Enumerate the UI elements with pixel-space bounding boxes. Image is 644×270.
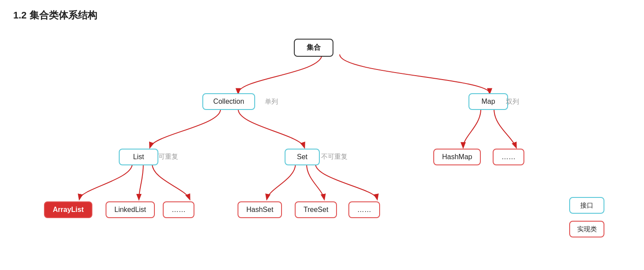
legend-impl-box: 实现类 bbox=[569, 221, 604, 237]
node-hashset: HashSet bbox=[238, 201, 282, 218]
node-map: Map bbox=[468, 93, 508, 110]
page-title: 1.2 集合类体系结构 bbox=[13, 9, 631, 22]
label-collection: 单列 bbox=[265, 98, 278, 106]
node-collection: Collection bbox=[202, 93, 255, 110]
label-map: 双列 bbox=[506, 98, 519, 106]
legend-interface-box: 接口 bbox=[569, 197, 604, 214]
arrows-svg bbox=[13, 26, 631, 264]
node-set: Set bbox=[285, 149, 320, 165]
page-container: 1.2 集合类体系结构 bbox=[0, 0, 644, 270]
node-setdots: …… bbox=[348, 201, 380, 218]
legend-impl-item: 实现类 bbox=[569, 221, 604, 237]
diagram-area: 集合 Collection 单列 Map 双列 List 可重复 Set 不可重… bbox=[13, 26, 631, 264]
node-arraylist: ArrayList bbox=[44, 201, 92, 218]
node-hashmap: HashMap bbox=[433, 149, 481, 165]
node-mapdots: …… bbox=[493, 149, 524, 165]
label-list: 可重复 bbox=[158, 153, 178, 161]
legend-interface-item: 接口 bbox=[569, 197, 604, 214]
node-listdots: …… bbox=[163, 201, 194, 218]
node-treeset: TreeSet bbox=[295, 201, 337, 218]
node-root: 集合 bbox=[294, 39, 333, 57]
legend: 接口 实现类 bbox=[569, 197, 604, 237]
node-linkedlist: LinkedList bbox=[106, 201, 155, 218]
label-set: 不可重复 bbox=[321, 153, 348, 161]
node-list: List bbox=[119, 149, 158, 165]
